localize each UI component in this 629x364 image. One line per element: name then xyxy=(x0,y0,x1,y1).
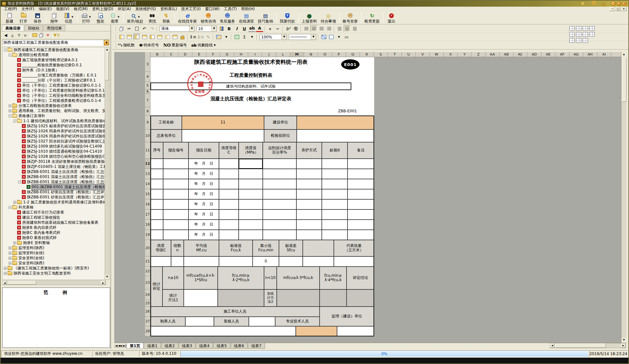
tree-item[interactable]: +陕西省施工安全文明工地配套资料 xyxy=(3,271,105,276)
collapse-icon[interactable]: − xyxy=(4,49,7,51)
row-header-8[interactable]: 8 xyxy=(145,107,150,116)
form-input-cell[interactable] xyxy=(163,199,189,209)
online-expert-button[interactable]: e在线找专家 xyxy=(176,12,199,24)
scroll-up-icon[interactable]: ▲ xyxy=(621,52,626,57)
login-button[interactable]: ☻账号登录 xyxy=(341,12,360,24)
down-arrow-icon[interactable]: ▼ xyxy=(16,32,22,38)
find-button[interactable]: 查找 xyxy=(145,12,159,24)
form-input-cell[interactable] xyxy=(263,159,296,169)
form-input-cell[interactable] xyxy=(219,159,239,169)
tree-item-label[interactable]: ________分项工程质量验收（万能表）E.0.1 xyxy=(22,73,96,78)
column-header-E[interactable]: E xyxy=(192,52,206,57)
last-sheet-icon[interactable]: ▶| xyxy=(123,344,126,347)
sales-button[interactable]: ☻销售咨询 xyxy=(199,12,218,24)
column-header-Y[interactable]: Y xyxy=(458,52,472,57)
dropdown-icon[interactable]: ▼ xyxy=(117,16,120,18)
border-style-icon[interactable] xyxy=(576,26,581,31)
form-input-cell[interactable] xyxy=(219,179,239,189)
form-input-cell[interactable] xyxy=(322,209,348,220)
form-input-cell[interactable] xyxy=(347,289,374,307)
table-grid-icon[interactable] xyxy=(171,34,178,40)
column-header-X[interactable]: X xyxy=(444,52,458,57)
row-header-7[interactable]: 7 xyxy=(145,94,150,107)
sheet-horizontal-scrollbar[interactable]: ◀ ▶ xyxy=(550,343,626,348)
child-minimize-icon[interactable]: ─ xyxy=(610,7,615,11)
form-input-cell[interactable] xyxy=(239,189,263,199)
form-input-cell[interactable] xyxy=(219,209,239,220)
column-header-P[interactable]: P xyxy=(332,52,346,57)
form-label-cell[interactable]: 组数 n xyxy=(171,240,184,256)
replace-button[interactable]: ↯替换 xyxy=(159,12,173,24)
tree-item[interactable]: ✕________检验批质量验收记录D.0.1 xyxy=(3,63,105,68)
form-input-cell[interactable] xyxy=(163,159,189,169)
form-input-cell[interactable] xyxy=(263,169,296,179)
row-header-20[interactable]: 20 xyxy=(145,240,150,256)
font-combobox[interactable]: 宋体 ▼ xyxy=(160,26,195,32)
row-header-10[interactable]: 10 xyxy=(145,129,150,142)
row-spacing-decrease-icon[interactable]: ↨≡ xyxy=(197,34,204,40)
form-input-cell[interactable] xyxy=(296,169,322,179)
forward-arrow-icon[interactable]: ▶ xyxy=(23,32,29,38)
form-input-cell[interactable] xyxy=(296,199,322,209)
sum-dropdown-icon[interactable]: ▼ xyxy=(248,34,255,40)
form-input-cell[interactable] xyxy=(219,230,239,240)
form-input-cell[interactable] xyxy=(150,189,163,199)
form-input-cell[interactable] xyxy=(263,189,296,199)
expand-icon[interactable]: + xyxy=(9,262,11,265)
combobox-dropdown-icon[interactable]: ▼ xyxy=(311,34,316,40)
row-header-9[interactable]: 9 xyxy=(145,116,150,129)
lock-icon[interactable] xyxy=(179,34,186,40)
tree-item[interactable]: ✕单位（子单位）工程观感质量检查记录G.0.1-4 xyxy=(3,98,105,103)
special-symbol-button[interactable]: Φ 特殊符号 xyxy=(139,43,159,48)
tree-item[interactable]: ✕建设工程竣工验收报告 xyxy=(3,215,105,220)
tree-item-label[interactable]: 分项工程检验批质量验收记录表 xyxy=(18,103,72,109)
tree-item[interactable]: ✕房屋建筑和市政基础设施工程竣工验收备案表 xyxy=(3,220,105,225)
tree-item[interactable]: −通用部分检查用表 xyxy=(3,52,105,57)
tree-item[interactable]: +附录E 资料整编 xyxy=(3,240,105,245)
catalog-combobox[interactable]: 陕西省建筑工程施工质量验收配套表格 ▼ xyxy=(2,40,109,46)
merge-left-icon[interactable] xyxy=(118,34,125,40)
scroll-right-icon[interactable]: ▶ xyxy=(101,281,105,285)
form-input-cell[interactable] xyxy=(320,289,347,307)
form-label-cell[interactable]: 建设单位 xyxy=(264,116,297,129)
tree-item-label[interactable]: ________分部（子分部）工程验收记录F.0.1 xyxy=(22,78,96,83)
form-input-cell[interactable] xyxy=(150,159,163,169)
expand-icon[interactable]: + xyxy=(9,247,11,249)
form-input-cell[interactable]: 0 xyxy=(253,256,279,267)
tree-item-label[interactable]: 建设工程不良行为记录表 xyxy=(22,210,64,215)
tree-item[interactable]: ✕陕ZJP-010405-1 混凝土灌注桩（钢筋笼）工程检验批04 xyxy=(3,164,105,169)
scrollbar-thumb[interactable] xyxy=(555,343,606,348)
form-input-cell[interactable] xyxy=(239,199,263,209)
expand-icon[interactable]: + xyxy=(9,104,11,107)
form-input-cell[interactable]: 年 月 日 xyxy=(189,159,219,169)
scroll-down-icon[interactable]: ▼ xyxy=(105,275,109,280)
border-style-icon[interactable] xyxy=(589,32,595,37)
exit-button[interactable]: ✕退出 xyxy=(385,12,399,24)
form-label-cell[interactable]: 报告日期 xyxy=(189,142,219,159)
form-label-cell[interactable]: fcu,min≥ λ·4*fcu,k xyxy=(320,267,347,289)
form-label-cell[interactable]: 平均值 Mf,cu xyxy=(184,240,219,256)
image-dropdown-icon[interactable]: ▼ xyxy=(223,34,230,40)
form-input-cell[interactable] xyxy=(163,189,189,199)
form-input-cell[interactable] xyxy=(249,317,275,326)
column-header-AB[interactable]: AB xyxy=(500,52,513,57)
form-input-cell[interactable] xyxy=(150,179,163,189)
column-header-AD[interactable]: AD xyxy=(527,52,541,57)
form-input-cell[interactable] xyxy=(150,209,163,220)
tree-item-label[interactable]: 陕西省施工安全文明工地配套资料 xyxy=(14,271,71,276)
tips-button[interactable]: ▤技巧集锦 xyxy=(256,12,275,24)
form-label-cell[interactable]: 养护方式 xyxy=(296,142,322,159)
sheet-tab-续表3[interactable]: 续表3 xyxy=(179,343,196,349)
menu-评定[interactable]: 评定(A) xyxy=(116,7,133,11)
tree-item-label[interactable]: 陕ZBB-E001 砂浆抗压强度（检验批）汇总评定表 xyxy=(27,189,105,195)
collapse-icon[interactable]: − xyxy=(9,54,11,56)
sidebar-tab-查找结果[interactable]: 查找结果 xyxy=(43,25,65,31)
form-input-cell[interactable] xyxy=(171,256,184,267)
print-button[interactable]: ▼打印 xyxy=(79,12,93,24)
tree-item-label[interactable]: 单位（子单位）工程质量竣工验收记录G.0.1-1 xyxy=(22,83,101,88)
tree-item-label[interactable]: 表格修订及增补 xyxy=(18,113,45,119)
collapse-icon[interactable]: − xyxy=(9,206,11,209)
form-input-cell[interactable] xyxy=(219,189,239,199)
column-header-AF[interactable]: AF xyxy=(555,52,569,57)
column-header-N[interactable]: N xyxy=(304,52,318,57)
